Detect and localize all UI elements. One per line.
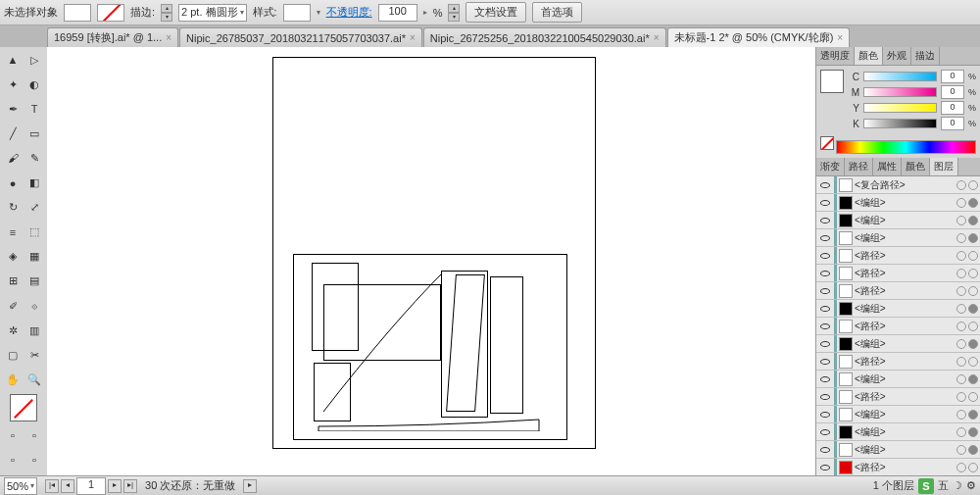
visibility-toggle[interactable] bbox=[818, 302, 832, 316]
fill-swatch[interactable] bbox=[64, 4, 91, 22]
layer-row[interactable]: <编组> bbox=[816, 300, 980, 318]
magic-wand-tool[interactable]: ✦ bbox=[2, 74, 24, 95]
next-page-button[interactable]: ▸ bbox=[108, 479, 122, 493]
visibility-toggle[interactable] bbox=[818, 178, 832, 192]
direct-select-tool[interactable]: ▷ bbox=[24, 49, 45, 71]
target-icon[interactable] bbox=[956, 357, 966, 367]
panel-tab[interactable]: 外观 bbox=[883, 47, 911, 65]
gradient-mode-icon[interactable]: ▫ bbox=[24, 424, 45, 446]
channel-value[interactable]: 0 bbox=[941, 117, 964, 130]
doc-setup-button[interactable]: 文档设置 bbox=[466, 2, 526, 23]
channel-slider[interactable] bbox=[863, 119, 937, 128]
color-mode-icon[interactable]: ▫ bbox=[2, 424, 24, 446]
target-icon[interactable] bbox=[956, 322, 966, 331]
document-tab[interactable]: 未标题-1 2* @ 50% (CMYK/轮廓)× bbox=[667, 27, 851, 47]
selection-indicator[interactable] bbox=[968, 269, 978, 278]
style-caret[interactable]: ▾ bbox=[317, 8, 320, 17]
shape-builder-tool[interactable]: ◈ bbox=[2, 246, 24, 268]
selection-indicator[interactable] bbox=[968, 180, 978, 190]
hand-tool[interactable]: ✋ bbox=[2, 369, 24, 390]
panel-tab[interactable]: 颜色 bbox=[855, 47, 883, 65]
visibility-toggle[interactable] bbox=[818, 214, 832, 227]
layer-row[interactable]: <编组> bbox=[816, 406, 980, 423]
blend-tool[interactable]: ⟐ bbox=[24, 295, 45, 317]
visibility-toggle[interactable] bbox=[818, 408, 832, 421]
prev-page-button[interactable]: ◂ bbox=[61, 479, 74, 493]
panel-tab[interactable]: 属性 bbox=[873, 158, 902, 175]
scroll-right-button[interactable]: ▸ bbox=[243, 479, 257, 493]
layer-row[interactable]: <编组> bbox=[816, 441, 980, 459]
layer-row[interactable]: <路径> bbox=[816, 353, 980, 371]
stroke-weight-dropdown[interactable]: 2 pt. 椭圆形▾ bbox=[178, 4, 246, 22]
width-tool[interactable]: ≡ bbox=[2, 222, 24, 243]
target-icon[interactable] bbox=[956, 463, 966, 472]
rotate-tool[interactable]: ↻ bbox=[2, 197, 24, 219]
pencil-tool[interactable]: ✎ bbox=[24, 147, 45, 169]
none-swatch[interactable] bbox=[820, 136, 834, 150]
document-tab[interactable]: Nipic_26785037_20180321175057703037.ai*× bbox=[179, 27, 422, 47]
layer-row[interactable]: <路径> bbox=[816, 247, 980, 265]
visibility-toggle[interactable] bbox=[818, 443, 832, 457]
channel-slider[interactable] bbox=[863, 72, 937, 81]
selection-indicator[interactable] bbox=[968, 322, 978, 331]
target-icon[interactable] bbox=[956, 233, 966, 243]
document-tab[interactable]: 16959 [转换].ai* @ 1...× bbox=[47, 27, 178, 47]
opacity-label[interactable]: 不透明度: bbox=[326, 5, 372, 20]
stroke-spinner[interactable]: ▴▾ bbox=[161, 4, 172, 22]
visibility-toggle[interactable] bbox=[818, 372, 832, 386]
prefs-button[interactable]: 首选项 bbox=[532, 2, 582, 23]
opacity-caret[interactable]: ▸ bbox=[423, 8, 427, 17]
target-icon[interactable] bbox=[956, 269, 966, 278]
slice-tool[interactable]: ✂ bbox=[24, 344, 45, 366]
layer-row[interactable]: <编组> bbox=[816, 335, 980, 353]
selection-indicator[interactable] bbox=[968, 233, 978, 243]
channel-value[interactable]: 0 bbox=[941, 85, 964, 99]
panel-tab[interactable]: 颜色 bbox=[902, 158, 930, 175]
eraser-tool[interactable]: ◧ bbox=[24, 173, 45, 194]
panel-tab[interactable]: 图层 bbox=[930, 158, 958, 175]
visibility-toggle[interactable] bbox=[818, 355, 832, 369]
close-icon[interactable]: × bbox=[410, 32, 416, 43]
stroke-swatch[interactable] bbox=[97, 4, 124, 22]
close-icon[interactable]: × bbox=[837, 32, 843, 43]
rectangle-tool[interactable]: ▭ bbox=[24, 123, 45, 144]
layer-row[interactable]: <路径> bbox=[816, 459, 980, 475]
target-icon[interactable] bbox=[956, 216, 966, 225]
selection-indicator[interactable] bbox=[968, 251, 978, 261]
target-icon[interactable] bbox=[956, 374, 966, 384]
fill-stroke-swatch[interactable] bbox=[2, 394, 45, 421]
target-icon[interactable] bbox=[956, 251, 966, 261]
visibility-toggle[interactable] bbox=[818, 337, 832, 351]
target-icon[interactable] bbox=[956, 198, 966, 208]
opacity-input[interactable]: 100 bbox=[378, 4, 417, 22]
channel-value[interactable]: 0 bbox=[941, 101, 964, 115]
zoom-tool[interactable]: 🔍 bbox=[24, 369, 45, 390]
line-tool[interactable]: ╱ bbox=[2, 123, 24, 144]
target-icon[interactable] bbox=[956, 286, 966, 296]
type-tool[interactable]: T bbox=[24, 98, 45, 120]
target-icon[interactable] bbox=[956, 410, 966, 420]
gradient-tool[interactable]: ▤ bbox=[24, 271, 45, 292]
lasso-tool[interactable]: ◐ bbox=[24, 74, 45, 95]
target-icon[interactable] bbox=[956, 392, 966, 402]
target-icon[interactable] bbox=[956, 339, 966, 349]
channel-slider[interactable] bbox=[863, 87, 937, 97]
symbol-sprayer-tool[interactable]: ✲ bbox=[2, 320, 24, 341]
panel-tab[interactable]: 透明度 bbox=[816, 47, 855, 65]
visibility-toggle[interactable] bbox=[818, 320, 832, 333]
target-icon[interactable] bbox=[956, 180, 966, 190]
zoom-dropdown[interactable]: 50%▾ bbox=[4, 477, 37, 495]
selection-indicator[interactable] bbox=[968, 392, 978, 402]
close-icon[interactable]: × bbox=[654, 32, 660, 43]
ime-icon[interactable]: S bbox=[918, 478, 934, 494]
visibility-toggle[interactable] bbox=[818, 196, 832, 210]
scale-tool[interactable]: ⤢ bbox=[24, 197, 45, 219]
screen-mode-icon[interactable]: ▫ bbox=[24, 449, 45, 470]
fill-color-swatch[interactable] bbox=[820, 70, 844, 93]
target-icon[interactable] bbox=[956, 445, 966, 455]
layer-row[interactable]: <复合路径> bbox=[816, 176, 980, 194]
first-page-button[interactable]: |◂ bbox=[45, 479, 59, 493]
perspective-tool[interactable]: ▦ bbox=[24, 246, 45, 268]
selection-indicator[interactable] bbox=[968, 410, 978, 420]
channel-value[interactable]: 0 bbox=[941, 70, 964, 83]
